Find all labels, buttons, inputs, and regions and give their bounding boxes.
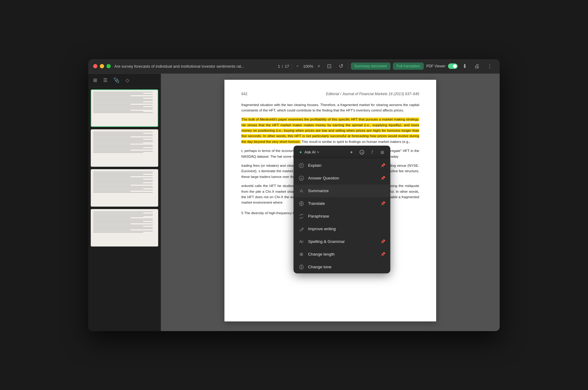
attachments-button[interactable]: 📎 [112,76,121,84]
change-length-icon [298,251,304,257]
fit-page-button[interactable]: ⊡ [325,62,334,71]
window-title: Are survey forecasts of individual and i… [114,64,274,69]
svg-text:AI: AI [361,151,363,154]
svg-text:AI: AI [300,177,303,180]
svg-point-21 [301,266,302,268]
improve-writing-icon [298,226,304,232]
thumbnail-4[interactable] [91,209,158,247]
highlighted-text: The bulk of Menkveld's paper examines th… [241,118,419,143]
page-current: 1 [278,64,280,69]
page-separator: / [282,64,283,69]
context-menu-wrapper: ✦ Ask AI ▾ ✦ AI ⤴ [293,146,390,273]
paraphrase-label: Paraphrase [308,214,385,218]
thumbnail-1[interactable] [91,89,158,127]
explain-label: Explain [308,163,377,168]
change-tone-icon [298,264,304,270]
ask-ai-label: Ask AI [304,150,315,154]
star-icon: ✦ [299,150,302,155]
close-button[interactable] [93,64,97,68]
menu-item-summarize[interactable]: Summarize [293,185,390,197]
sidebar: ⊞ ☰ 📎 ◇ [88,74,161,331]
full-translation-button[interactable]: Full translation [393,63,424,70]
ask-ai-button[interactable]: ✦ Ask AI ▾ [297,149,321,155]
improve-writing-label: Improve writing [308,227,385,231]
divider-2 [348,63,348,69]
zoom-in-button[interactable]: + [315,63,322,69]
thumbnails-panel [88,87,161,331]
paragraph-2-highlighted: The bulk of Menkveld's paper examines th… [241,117,419,144]
thumbnail-2[interactable] [91,129,158,167]
journal-title: Editorial / Journal of Financial Markets… [326,92,419,96]
spelling-grammar-icon: A [298,239,304,245]
change-length-pin-icon: 📌 [381,252,385,256]
menu-item-answer-question[interactable]: AI Answer Question 📌 [293,172,390,185]
page-number: 642 [241,92,247,96]
ask-ai-bar: ✦ Ask AI ▾ ✦ AI ⤴ [293,146,390,159]
zoom-level: 100% [303,64,313,69]
explain-pin-icon: 📌 [381,163,385,168]
grid-view-button[interactable]: ⊞ [92,76,98,84]
menu-item-improve-writing[interactable]: Improve writing [293,223,390,235]
page-total: 17 [285,64,289,69]
menu-item-change-tone[interactable]: Change tone [293,261,390,273]
ai-circle-icon-btn[interactable]: AI [358,148,366,156]
answer-question-pin-icon: 📌 [381,176,385,180]
translate-pin-icon: 📌 [381,201,385,206]
menu-item-paraphrase[interactable]: Paraphrase [293,210,390,223]
menu-item-translate[interactable]: Translate 📌 [293,197,390,210]
minimize-button[interactable] [100,64,104,68]
rotate-button[interactable]: ↺ [336,62,346,71]
zoom-out-button[interactable]: − [294,63,301,69]
context-menu: Explain 📌 AI Answer Question [293,159,390,273]
change-length-label: Change length [308,252,377,256]
explain-icon [298,163,304,169]
change-tone-label: Change tone [308,265,385,269]
ai-action-icons: ✦ AI ⤴ ⊞ [347,148,387,156]
main-layout: ⊞ ☰ 📎 ◇ [88,74,500,331]
sidebar-toolbar: ⊞ ☰ 📎 ◇ [88,74,161,87]
maximize-button[interactable] [106,64,111,68]
menu-item-spelling-grammar[interactable]: A Spelling & Grammar 📌 [293,235,390,248]
menu-item-explain[interactable]: Explain 📌 [293,159,390,172]
chevron-down-icon: ▾ [317,150,319,154]
spelling-grammar-label: Spelling & Grammar [308,239,377,244]
answer-question-icon: AI [298,175,304,181]
app-window: Are survey forecasts of individual and i… [88,59,500,331]
paraphrase-icon [298,213,304,219]
pdf-viewer-toggle[interactable] [448,63,458,69]
summary-document-button[interactable]: Summary document [351,63,390,70]
page-header: 642 Editorial / Journal of Financial Mar… [241,92,419,96]
translate-label: Translate [308,201,377,206]
layers-button[interactable]: ◇ [124,76,130,84]
titlebar-controls: 1 / 17 − 100% + ⊡ ↺ Summary document Ful… [278,62,495,71]
summarize-label: Summarize [308,189,385,193]
summarize-icon [298,188,304,194]
thumbnail-3[interactable] [91,169,158,207]
share-icon-btn[interactable]: ⤴ [368,148,376,156]
titlebar: Are survey forecasts of individual and i… [88,59,500,74]
traffic-lights [93,64,111,68]
download-button[interactable]: ⬇ [460,62,469,71]
list-view-button[interactable]: ☰ [102,76,109,84]
zoom-icon-btn[interactable]: ⊞ [378,148,387,156]
print-button[interactable]: 🖨 [472,62,482,71]
svg-line-11 [302,228,303,229]
translate-icon [298,201,304,207]
menu-item-change-length[interactable]: Change length 📌 [293,248,390,261]
paragraph-1: fragmented situation with the two cleari… [241,102,419,113]
divider [292,63,292,69]
svg-text:A: A [299,240,302,244]
spelling-grammar-pin-icon: 📌 [381,239,385,244]
more-options-button[interactable]: ⋮ [485,62,495,71]
pdf-page: 642 Editorial / Journal of Financial Mar… [224,80,436,321]
answer-question-label: Answer Question [308,176,377,180]
page-navigation: 1 / 17 [278,64,289,69]
sparkles-icon-btn[interactable]: ✦ [347,148,356,156]
pdf-viewer-area[interactable]: 642 Editorial / Journal of Financial Mar… [161,74,500,331]
pdf-viewer-label: PDF Viewer [426,64,446,68]
